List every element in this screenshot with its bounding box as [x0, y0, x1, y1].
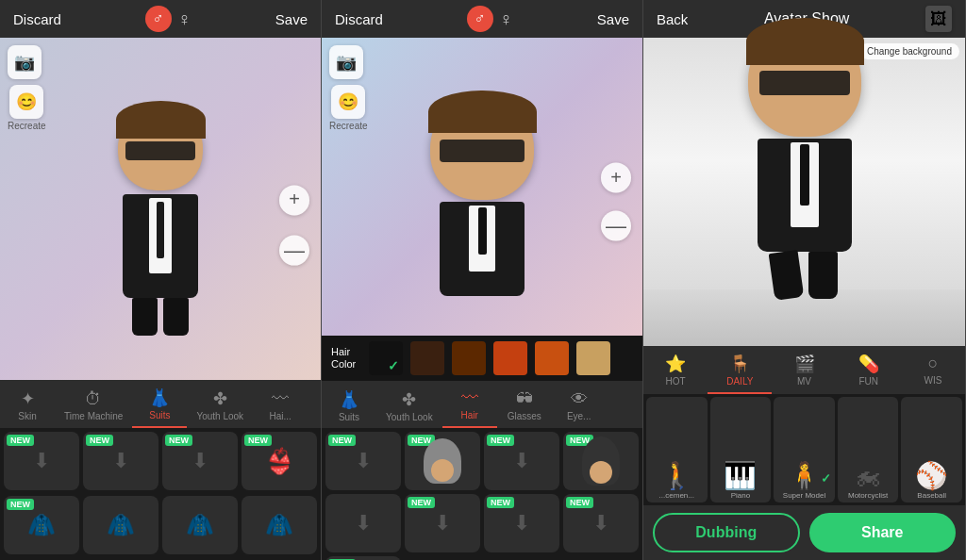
hair-item-3[interactable]: NEW ⬇ [484, 432, 559, 490]
recreate-icon-1: 😊 [9, 85, 43, 119]
hair-item-9[interactable]: NEW ⬇ [325, 556, 401, 560]
tab-fun[interactable]: 💊 FUN [837, 350, 901, 394]
dl-h3: ⬇ [513, 449, 530, 473]
dl-h1: ⬇ [355, 449, 372, 473]
screenshot-icon: 🖼 [930, 9, 947, 29]
share-button[interactable]: Share [809, 513, 957, 552]
suit-item-5[interactable]: NEW 🧥 [4, 496, 79, 554]
tab-glasses-2[interactable]: 🕶 Glasses [497, 386, 552, 427]
tab-suits-1[interactable]: 👗 Suits [132, 384, 187, 428]
suit-item-4[interactable]: NEW 👙 [242, 432, 317, 490]
tab-youth-look-2[interactable]: ✤ Youth Look [376, 386, 442, 428]
youth-look-label-1: Youth Look [196, 411, 243, 421]
tab-time-machine-1[interactable]: ⏱ Time Machine [55, 386, 132, 427]
tab-hair-2[interactable]: 〰 Hair [442, 385, 497, 428]
anim-label-5: Baseball [901, 491, 962, 500]
skin-icon-1: ✦ [21, 388, 35, 409]
suit-item-7[interactable]: 🧥 [162, 496, 238, 554]
tab-mv[interactable]: 🎬 MV [772, 350, 836, 394]
hair-item-2[interactable]: NEW [405, 432, 480, 490]
male-button-2[interactable]: ♂ [467, 6, 493, 32]
discard-button-2[interactable]: Discard [335, 11, 383, 27]
anim-item-5[interactable]: ⚾ Baseball [901, 397, 962, 502]
stage-glasses [759, 71, 850, 95]
tab-youth-look-1[interactable]: ✤ Youth Look [187, 385, 253, 427]
color-swatch-black[interactable] [369, 341, 403, 375]
animation-grid: 🚶 ...cemen... 🎹 Piano 🧍 Super Model 🏍 Mo… [643, 394, 965, 505]
anim-label-4: Motorcyclist [838, 491, 899, 500]
show-category-tabs: ⭐ HOT 🪑 DAILY 🎬 MV 💊 FUN ○ WIS [643, 346, 965, 394]
tab-hair-1[interactable]: 〰 Hai... [253, 386, 308, 427]
hair-item-8[interactable]: NEW ⬇ [563, 494, 639, 552]
hair-color-row: HairColor [322, 336, 642, 381]
zoom-plus-1[interactable]: + [279, 185, 309, 215]
anim-item-2[interactable]: 🎹 Piano [710, 397, 772, 502]
zoom-minus-1[interactable]: — [279, 235, 309, 265]
discard-button-1[interactable]: Discard [13, 11, 61, 27]
color-swatch-blonde[interactable] [576, 341, 610, 375]
new-badge-h6: NEW [408, 497, 435, 508]
avatar-tie-2 [478, 207, 487, 255]
panel1-header: Discard ♂ ♀ Save [0, 0, 321, 38]
mv-icon: 🎬 [794, 354, 815, 374]
camera-button-2[interactable]: 📷 [329, 45, 363, 79]
hair-item-7[interactable]: NEW ⬇ [484, 494, 559, 552]
zoom-minus-2[interactable]: — [601, 210, 631, 240]
save-button-1[interactable]: Save [275, 11, 308, 27]
suit-item-6[interactable]: 🧥 [83, 496, 158, 554]
color-swatch-brown[interactable] [452, 341, 486, 375]
suit-item-2[interactable]: NEW ⬇ [83, 432, 158, 490]
hair-shape-4 [582, 436, 620, 486]
screenshot-button[interactable]: 🖼 [925, 6, 952, 32]
anim-label-2: Piano [710, 491, 772, 500]
female-button-1[interactable]: ♀ [177, 8, 192, 30]
avatar-glasses-1 [125, 141, 195, 160]
suit-item-8[interactable]: 🧥 [242, 496, 317, 554]
suits-label-1: Suits [149, 410, 170, 420]
avatar-controls-2: 📷 😊 Recreate [329, 45, 368, 131]
hair-item-1[interactable]: NEW ⬇ [325, 432, 401, 490]
dl-h7: ⬇ [513, 511, 530, 535]
suit-thumb-4: 👙 [264, 447, 294, 476]
change-background-button[interactable]: Change background [859, 43, 959, 59]
avatar-figure-2 [430, 96, 534, 296]
anim-item-4[interactable]: 🏍 Motorcyclist [838, 397, 899, 502]
dubbing-button[interactable]: Dubbing [653, 513, 800, 552]
male-button-1[interactable]: ♂ [145, 6, 172, 32]
color-swatch-darkbrown[interactable] [410, 341, 444, 375]
anim-item-3[interactable]: 🧍 Super Model [774, 397, 835, 502]
hair-item-6[interactable]: NEW ⬇ [405, 494, 480, 552]
avatar-hair-2 [428, 91, 537, 133]
recreate-button-2[interactable]: 😊 Recreate [329, 85, 368, 131]
tab-eye-2[interactable]: 👁 Eye... [552, 386, 607, 427]
hair-item-5[interactable]: ⬇ [325, 494, 401, 552]
tab-hot[interactable]: ⭐ HOT [643, 350, 708, 394]
avatar-glasses-2 [440, 140, 525, 162]
female-button-2[interactable]: ♀ [499, 8, 513, 30]
back-button[interactable]: Back [657, 11, 688, 27]
suit-item-1[interactable]: NEW ⬇ [4, 432, 79, 490]
zoom-plus-2[interactable]: + [601, 162, 631, 192]
stage-hair [746, 18, 864, 65]
anim-item-1[interactable]: 🚶 ...cemen... [646, 397, 708, 502]
tab-skin-1[interactable]: ✦ Skin [0, 385, 55, 427]
camera-button-1[interactable]: 📷 [8, 45, 42, 79]
avatar-leg-left-1 [132, 298, 158, 336]
anim-figure-2: 🎹 [724, 460, 757, 491]
suit-thumb-5: 🧥 [27, 512, 56, 538]
tab-daily[interactable]: 🪑 DAILY [708, 350, 772, 394]
save-button-2[interactable]: Save [597, 11, 629, 27]
tab-wis[interactable]: ○ WIS [901, 350, 965, 394]
color-swatch-orange[interactable] [535, 341, 569, 375]
panel-avatar-show: Back Avatar Show 🖼 Change background [643, 0, 966, 560]
tab-suits-2[interactable]: 👗 Suits [322, 386, 376, 428]
youth-look-icon-2: ✤ [402, 389, 416, 410]
color-swatch-redbrown[interactable] [493, 341, 527, 375]
recreate-label-1: Recreate [8, 121, 46, 131]
download-icon-2: ⬇ [112, 449, 129, 473]
hair-item-4[interactable]: NEW [563, 432, 639, 490]
recreate-button-1[interactable]: 😊 Recreate [8, 85, 46, 131]
new-badge-5: NEW [7, 499, 34, 510]
suit-item-3[interactable]: NEW ⬇ [162, 432, 238, 490]
stage-body [758, 139, 852, 252]
